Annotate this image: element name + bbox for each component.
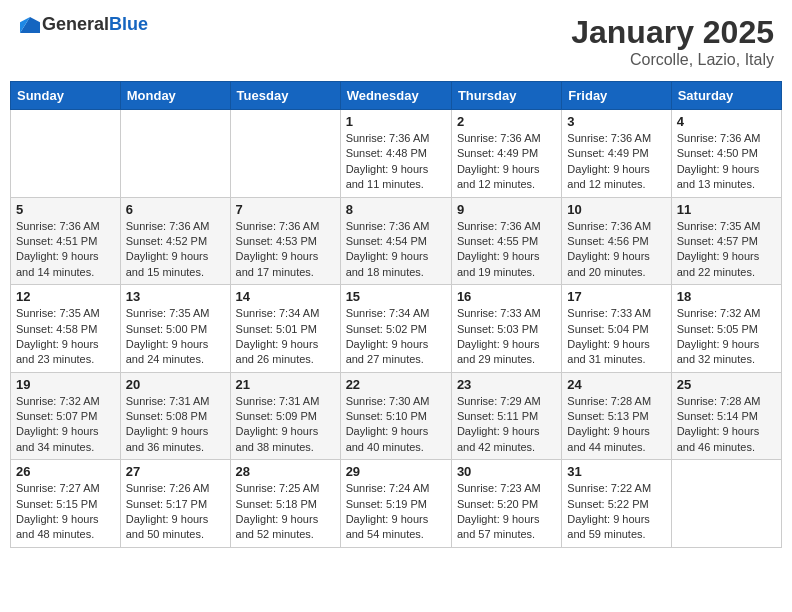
day-info: Sunrise: 7:32 AMSunset: 5:07 PMDaylight:… xyxy=(16,394,115,456)
sunrise-text: Sunrise: 7:26 AM xyxy=(126,482,210,494)
sunrise-text: Sunrise: 7:29 AM xyxy=(457,395,541,407)
day-info: Sunrise: 7:29 AMSunset: 5:11 PMDaylight:… xyxy=(457,394,556,456)
calendar-cell: 22Sunrise: 7:30 AMSunset: 5:10 PMDayligh… xyxy=(340,372,451,460)
calendar-cell xyxy=(671,460,781,548)
calendar-cell: 15Sunrise: 7:34 AMSunset: 5:02 PMDayligh… xyxy=(340,285,451,373)
sunrise-text: Sunrise: 7:36 AM xyxy=(126,220,210,232)
sunset-text: Sunset: 5:22 PM xyxy=(567,498,648,510)
daylight-text: Daylight: 9 hours and 12 minutes. xyxy=(457,163,540,190)
sunset-text: Sunset: 5:02 PM xyxy=(346,323,427,335)
calendar-cell: 2Sunrise: 7:36 AMSunset: 4:49 PMDaylight… xyxy=(451,110,561,198)
daylight-text: Daylight: 9 hours and 57 minutes. xyxy=(457,513,540,540)
sunrise-text: Sunrise: 7:34 AM xyxy=(236,307,320,319)
daylight-text: Daylight: 9 hours and 13 minutes. xyxy=(677,163,760,190)
sunset-text: Sunset: 5:10 PM xyxy=(346,410,427,422)
calendar-cell: 31Sunrise: 7:22 AMSunset: 5:22 PMDayligh… xyxy=(562,460,671,548)
day-number: 19 xyxy=(16,377,115,392)
day-number: 4 xyxy=(677,114,776,129)
sunset-text: Sunset: 5:05 PM xyxy=(677,323,758,335)
weekday-header: Thursday xyxy=(451,82,561,110)
day-number: 16 xyxy=(457,289,556,304)
calendar-cell: 12Sunrise: 7:35 AMSunset: 4:58 PMDayligh… xyxy=(11,285,121,373)
weekday-header: Wednesday xyxy=(340,82,451,110)
day-info: Sunrise: 7:23 AMSunset: 5:20 PMDaylight:… xyxy=(457,481,556,543)
daylight-text: Daylight: 9 hours and 38 minutes. xyxy=(236,425,319,452)
sunset-text: Sunset: 4:50 PM xyxy=(677,147,758,159)
calendar-cell: 11Sunrise: 7:35 AMSunset: 4:57 PMDayligh… xyxy=(671,197,781,285)
day-number: 15 xyxy=(346,289,446,304)
calendar-cell: 24Sunrise: 7:28 AMSunset: 5:13 PMDayligh… xyxy=(562,372,671,460)
location-title: Corcolle, Lazio, Italy xyxy=(571,51,774,69)
day-number: 6 xyxy=(126,202,225,217)
logo-blue: Blue xyxy=(109,14,148,34)
day-number: 24 xyxy=(567,377,665,392)
calendar-cell: 27Sunrise: 7:26 AMSunset: 5:17 PMDayligh… xyxy=(120,460,230,548)
day-info: Sunrise: 7:33 AMSunset: 5:04 PMDaylight:… xyxy=(567,306,665,368)
sunset-text: Sunset: 4:48 PM xyxy=(346,147,427,159)
day-number: 22 xyxy=(346,377,446,392)
daylight-text: Daylight: 9 hours and 59 minutes. xyxy=(567,513,650,540)
sunrise-text: Sunrise: 7:24 AM xyxy=(346,482,430,494)
day-info: Sunrise: 7:36 AMSunset: 4:49 PMDaylight:… xyxy=(567,131,665,193)
calendar-cell: 18Sunrise: 7:32 AMSunset: 5:05 PMDayligh… xyxy=(671,285,781,373)
day-info: Sunrise: 7:32 AMSunset: 5:05 PMDaylight:… xyxy=(677,306,776,368)
day-number: 20 xyxy=(126,377,225,392)
calendar-cell: 29Sunrise: 7:24 AMSunset: 5:19 PMDayligh… xyxy=(340,460,451,548)
day-info: Sunrise: 7:27 AMSunset: 5:15 PMDaylight:… xyxy=(16,481,115,543)
sunset-text: Sunset: 5:08 PM xyxy=(126,410,207,422)
calendar-cell: 26Sunrise: 7:27 AMSunset: 5:15 PMDayligh… xyxy=(11,460,121,548)
sunrise-text: Sunrise: 7:33 AM xyxy=(457,307,541,319)
day-info: Sunrise: 7:22 AMSunset: 5:22 PMDaylight:… xyxy=(567,481,665,543)
day-info: Sunrise: 7:36 AMSunset: 4:48 PMDaylight:… xyxy=(346,131,446,193)
calendar-week-row: 19Sunrise: 7:32 AMSunset: 5:07 PMDayligh… xyxy=(11,372,782,460)
day-number: 12 xyxy=(16,289,115,304)
day-number: 25 xyxy=(677,377,776,392)
day-info: Sunrise: 7:36 AMSunset: 4:49 PMDaylight:… xyxy=(457,131,556,193)
sunrise-text: Sunrise: 7:36 AM xyxy=(567,220,651,232)
sunrise-text: Sunrise: 7:23 AM xyxy=(457,482,541,494)
calendar-cell: 25Sunrise: 7:28 AMSunset: 5:14 PMDayligh… xyxy=(671,372,781,460)
daylight-text: Daylight: 9 hours and 44 minutes. xyxy=(567,425,650,452)
day-info: Sunrise: 7:35 AMSunset: 5:00 PMDaylight:… xyxy=(126,306,225,368)
day-info: Sunrise: 7:31 AMSunset: 5:09 PMDaylight:… xyxy=(236,394,335,456)
day-info: Sunrise: 7:26 AMSunset: 5:17 PMDaylight:… xyxy=(126,481,225,543)
sunset-text: Sunset: 4:56 PM xyxy=(567,235,648,247)
day-number: 27 xyxy=(126,464,225,479)
sunrise-text: Sunrise: 7:22 AM xyxy=(567,482,651,494)
sunset-text: Sunset: 5:04 PM xyxy=(567,323,648,335)
sunset-text: Sunset: 4:55 PM xyxy=(457,235,538,247)
calendar-cell xyxy=(230,110,340,198)
day-number: 21 xyxy=(236,377,335,392)
sunrise-text: Sunrise: 7:32 AM xyxy=(16,395,100,407)
sunrise-text: Sunrise: 7:36 AM xyxy=(236,220,320,232)
day-info: Sunrise: 7:31 AMSunset: 5:08 PMDaylight:… xyxy=(126,394,225,456)
day-info: Sunrise: 7:36 AMSunset: 4:55 PMDaylight:… xyxy=(457,219,556,281)
day-number: 18 xyxy=(677,289,776,304)
day-info: Sunrise: 7:33 AMSunset: 5:03 PMDaylight:… xyxy=(457,306,556,368)
sunrise-text: Sunrise: 7:36 AM xyxy=(457,132,541,144)
daylight-text: Daylight: 9 hours and 23 minutes. xyxy=(16,338,99,365)
day-number: 13 xyxy=(126,289,225,304)
day-number: 8 xyxy=(346,202,446,217)
sunset-text: Sunset: 5:13 PM xyxy=(567,410,648,422)
sunset-text: Sunset: 5:15 PM xyxy=(16,498,97,510)
calendar-cell xyxy=(11,110,121,198)
logo-icon xyxy=(20,15,40,35)
day-info: Sunrise: 7:28 AMSunset: 5:14 PMDaylight:… xyxy=(677,394,776,456)
daylight-text: Daylight: 9 hours and 54 minutes. xyxy=(346,513,429,540)
daylight-text: Daylight: 9 hours and 50 minutes. xyxy=(126,513,209,540)
calendar-cell: 7Sunrise: 7:36 AMSunset: 4:53 PMDaylight… xyxy=(230,197,340,285)
daylight-text: Daylight: 9 hours and 22 minutes. xyxy=(677,250,760,277)
sunset-text: Sunset: 4:52 PM xyxy=(126,235,207,247)
daylight-text: Daylight: 9 hours and 31 minutes. xyxy=(567,338,650,365)
weekday-header: Friday xyxy=(562,82,671,110)
calendar-cell: 3Sunrise: 7:36 AMSunset: 4:49 PMDaylight… xyxy=(562,110,671,198)
day-number: 23 xyxy=(457,377,556,392)
sunrise-text: Sunrise: 7:36 AM xyxy=(16,220,100,232)
day-number: 10 xyxy=(567,202,665,217)
daylight-text: Daylight: 9 hours and 42 minutes. xyxy=(457,425,540,452)
sunset-text: Sunset: 5:20 PM xyxy=(457,498,538,510)
title-block: January 2025 Corcolle, Lazio, Italy xyxy=(571,14,774,69)
calendar-cell: 17Sunrise: 7:33 AMSunset: 5:04 PMDayligh… xyxy=(562,285,671,373)
day-info: Sunrise: 7:34 AMSunset: 5:02 PMDaylight:… xyxy=(346,306,446,368)
